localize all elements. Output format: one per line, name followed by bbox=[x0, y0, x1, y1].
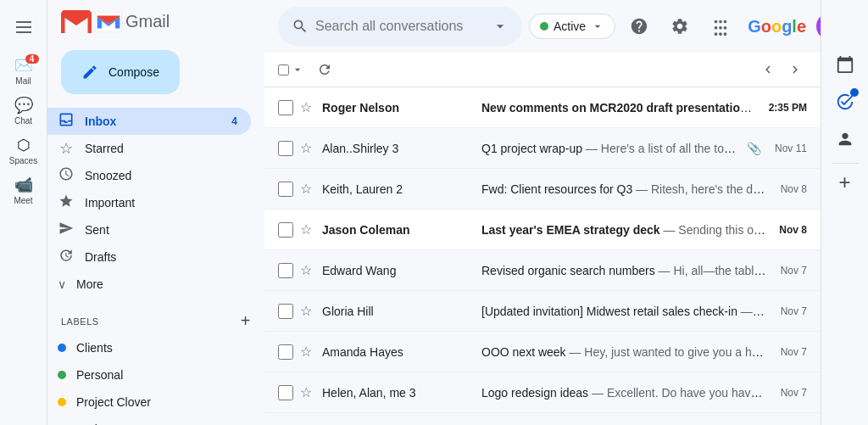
gmail-wordmark: Gmail bbox=[95, 12, 170, 32]
label-project-clover[interactable]: Project Clover bbox=[47, 389, 251, 416]
email-date: Nov 8 bbox=[779, 224, 807, 236]
left-strip-chat[interactable]: 💬 Chat bbox=[3, 91, 44, 131]
pagination-nav bbox=[756, 58, 807, 81]
email-checkbox[interactable] bbox=[278, 385, 293, 400]
panel-add-button[interactable]: + bbox=[838, 171, 850, 194]
drafts-label: Drafts bbox=[85, 250, 116, 264]
star-icon[interactable]: ☆ bbox=[300, 303, 312, 319]
email-checkbox[interactable] bbox=[278, 182, 293, 197]
gmail-text: Gmail bbox=[125, 12, 170, 31]
email-checkbox[interactable] bbox=[278, 141, 293, 156]
sidebar: Gmail Compose Inbox 4 bbox=[47, 0, 264, 425]
left-strip-meet[interactable]: 📹 Meet bbox=[3, 171, 44, 210]
left-strip-spaces[interactable]: ⬡ Spaces bbox=[3, 131, 44, 171]
next-page-button[interactable] bbox=[783, 58, 807, 81]
refresh-button[interactable] bbox=[311, 56, 338, 83]
active-status-button[interactable]: Active bbox=[529, 14, 615, 39]
email-subject-snippet: Q1 project wrap-up — Here's a list of al… bbox=[481, 142, 740, 155]
nav-item-drafts[interactable]: Drafts bbox=[47, 243, 251, 271]
nav-item-starred[interactable]: ☆ Starred bbox=[47, 135, 251, 162]
panel-calendar-button[interactable] bbox=[828, 48, 862, 81]
nav-list: Inbox 4 ☆ Starred Snoozed Important bbox=[47, 108, 264, 298]
help-button[interactable] bbox=[622, 9, 656, 43]
email-checkbox[interactable] bbox=[278, 304, 293, 319]
panel-divider bbox=[832, 163, 859, 164]
star-icon[interactable]: ☆ bbox=[300, 99, 312, 115]
personal-dot bbox=[58, 371, 66, 379]
star-icon[interactable]: ☆ bbox=[300, 140, 312, 156]
nav-item-important[interactable]: Important bbox=[47, 189, 251, 216]
prev-page-button[interactable] bbox=[756, 58, 780, 81]
email-subject-snippet: New comments on MCR2020 draft presentati… bbox=[481, 101, 755, 115]
email-sender: Keith, Lauren 2 bbox=[322, 182, 475, 196]
main-content: Active Google U bbox=[264, 0, 821, 425]
email-row[interactable]: ☆ Helen, Alan, me 3 Logo redesign ideas … bbox=[264, 372, 821, 413]
search-icon bbox=[292, 18, 309, 35]
email-subject: Revised organic search numbers bbox=[481, 264, 655, 277]
star-icon[interactable]: ☆ bbox=[300, 344, 312, 360]
settings-button[interactable] bbox=[663, 9, 697, 43]
email-row[interactable]: ☆ Lori, Raymond 2 Fwd: Feedback on the n… bbox=[264, 413, 821, 425]
email-checkbox[interactable] bbox=[278, 222, 293, 238]
search-box[interactable] bbox=[278, 7, 522, 46]
star-icon[interactable]: ☆ bbox=[300, 262, 312, 278]
label-project-dot[interactable]: Project Dot bbox=[47, 416, 251, 425]
left-strip: ✉️ Mail 4 💬 Chat ⬡ Spaces 📹 Meet bbox=[0, 0, 47, 425]
email-row[interactable]: ☆ Roger Nelson New comments on MCR2020 d… bbox=[264, 87, 821, 128]
email-checkbox[interactable] bbox=[278, 263, 293, 278]
email-row[interactable]: ☆ Jason Coleman Last year's EMEA strateg… bbox=[264, 210, 821, 250]
clients-label: Clients bbox=[76, 341, 113, 355]
star-icon[interactable]: ☆ bbox=[300, 221, 312, 238]
active-dot bbox=[540, 22, 548, 31]
active-dropdown-icon bbox=[591, 20, 604, 33]
label-personal[interactable]: Personal bbox=[47, 361, 251, 389]
nav-item-snoozed[interactable]: Snoozed bbox=[47, 162, 251, 189]
email-sender: Gloria Hill bbox=[322, 305, 475, 318]
email-row[interactable]: ☆ Keith, Lauren 2 Fwd: Client resources … bbox=[264, 169, 821, 210]
left-strip-mail[interactable]: ✉️ Mail 4 bbox=[3, 51, 44, 91]
email-date: Nov 7 bbox=[781, 346, 807, 358]
compose-button[interactable]: Compose bbox=[61, 50, 180, 94]
email-snippet: — Hey, just wanted to give you a heads-u… bbox=[569, 345, 766, 359]
label-clients[interactable]: Clients bbox=[47, 334, 251, 361]
snoozed-icon bbox=[58, 166, 75, 185]
email-row[interactable]: ☆ Amanda Hayes OOO next week — Hey, just… bbox=[264, 332, 821, 372]
select-all-checkbox[interactable] bbox=[278, 64, 289, 75]
nav-item-inbox[interactable]: Inbox 4 bbox=[47, 108, 251, 135]
sent-label: Sent bbox=[85, 223, 109, 237]
prev-icon bbox=[760, 62, 776, 77]
nav-item-sent[interactable]: Sent bbox=[47, 216, 251, 243]
inbox-icon bbox=[58, 111, 75, 132]
refresh-icon bbox=[317, 62, 332, 77]
panel-tasks-button[interactable] bbox=[828, 85, 862, 119]
labels-list: Clients Personal Project Clover Project … bbox=[47, 334, 264, 425]
add-label-button[interactable]: + bbox=[241, 311, 251, 331]
clients-dot bbox=[58, 344, 66, 352]
email-subject: Q1 project wrap-up bbox=[481, 142, 582, 155]
email-row[interactable]: ☆ Edward Wang Revised organic search num… bbox=[264, 250, 821, 291]
email-subject-snippet: Logo redesign ideas — Excellent. Do have… bbox=[481, 386, 767, 400]
select-dropdown-icon[interactable] bbox=[291, 63, 304, 76]
panel-contacts-button[interactable] bbox=[828, 122, 862, 156]
email-date: 2:35 PM bbox=[769, 102, 807, 114]
mail-label: Mail bbox=[15, 76, 31, 86]
star-icon[interactable]: ☆ bbox=[300, 384, 312, 400]
contacts-icon bbox=[836, 130, 854, 148]
email-row[interactable]: ☆ Gloria Hill [Updated invitation] Midwe… bbox=[264, 291, 821, 332]
email-checkbox[interactable] bbox=[278, 344, 293, 360]
email-checkbox[interactable] bbox=[278, 100, 293, 115]
calendar-icon bbox=[836, 55, 854, 74]
email-snippet: — Here's a list of all the top challenge… bbox=[586, 142, 740, 155]
search-dropdown-icon[interactable] bbox=[492, 18, 509, 35]
search-input[interactable] bbox=[315, 19, 485, 34]
nav-item-more[interactable]: ∨ More bbox=[47, 271, 251, 298]
email-subject-snippet: OOO next week — Hey, just wanted to give… bbox=[481, 345, 767, 359]
select-all-area[interactable] bbox=[278, 63, 304, 76]
gmail-logo-icon bbox=[61, 10, 92, 33]
email-subject: OOO next week bbox=[481, 345, 566, 359]
hamburger-icon[interactable] bbox=[13, 18, 35, 36]
apps-button[interactable] bbox=[704, 9, 737, 43]
email-subject: Last year's EMEA strategy deck bbox=[481, 223, 660, 237]
star-icon[interactable]: ☆ bbox=[300, 181, 312, 197]
email-row[interactable]: ☆ Alan..Shirley 3 Q1 project wrap-up — H… bbox=[264, 128, 821, 169]
